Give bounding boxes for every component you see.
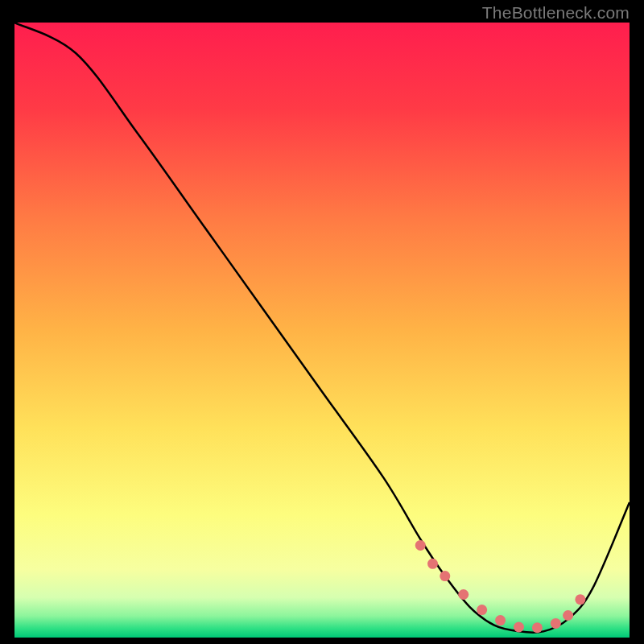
chart-svg [14,23,630,638]
watermark-text: TheBottleneck.com [482,3,630,23]
highlight-dot [440,571,450,581]
highlight-dot [575,594,585,605]
highlight-dot [514,622,524,633]
gradient-rect [14,23,630,638]
chart-frame: TheBottleneck.com [0,0,644,644]
highlight-dot [563,610,573,621]
plot-area [14,23,630,638]
highlight-dot [495,615,506,625]
highlight-dot [551,618,561,629]
highlight-dot [532,622,543,633]
highlight-dot [427,559,438,569]
highlight-dot [477,605,487,615]
highlight-dot [415,540,426,551]
highlight-dot [458,589,469,600]
